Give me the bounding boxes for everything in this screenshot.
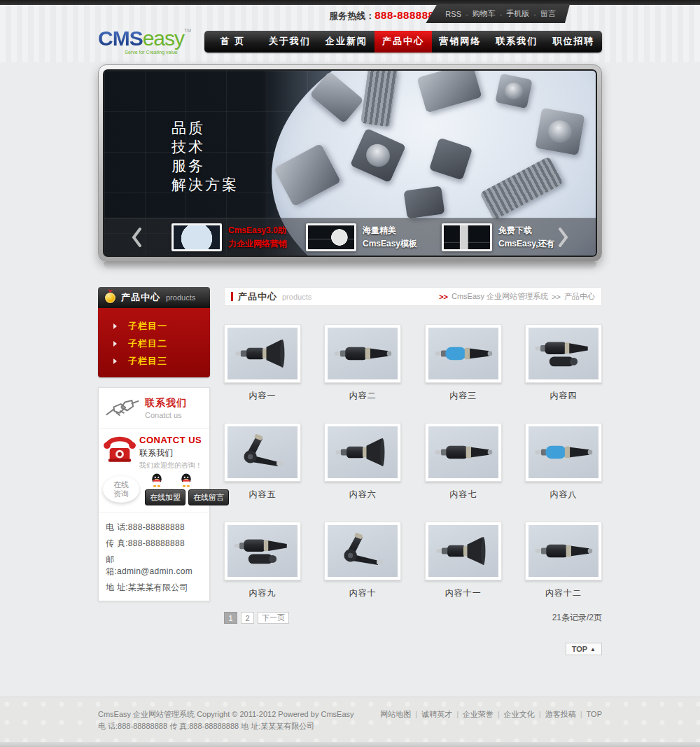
product-card[interactable]: 内容六 bbox=[324, 423, 401, 501]
copyright-line: CmsEasy 企业网站管理系统 Copyright © 2011-2012 P… bbox=[98, 708, 354, 720]
product-photo-blue bbox=[531, 430, 596, 475]
product-card[interactable]: 内容七 bbox=[425, 423, 502, 501]
bubble-line: 在线 bbox=[113, 480, 129, 489]
qq-icon[interactable] bbox=[180, 473, 192, 487]
product-label: 内容六 bbox=[349, 489, 377, 501]
contact-title: 联系我们 bbox=[145, 397, 187, 410]
online-message-button[interactable]: 在线留言 bbox=[188, 489, 229, 505]
utility-links-tab: RSS - 购物车 - 手机版 - 留言 bbox=[426, 4, 570, 23]
prev-slide-arrow-icon[interactable] bbox=[131, 227, 142, 251]
product-card[interactable]: 内容九 bbox=[224, 522, 301, 599]
qq-icon[interactable] bbox=[150, 473, 163, 487]
product-label: 内容一 bbox=[249, 390, 276, 402]
footer-link-jobs[interactable]: 诚聘英才 bbox=[421, 710, 452, 718]
footer-link-top[interactable]: TOP bbox=[587, 710, 602, 718]
product-card[interactable]: 内容三 bbox=[425, 324, 502, 402]
content-column: 产品中心 products >> CmsEasy 企业网站管理系统 >> 产品中… bbox=[224, 287, 602, 655]
slide-thumbnail[interactable] bbox=[172, 223, 222, 251]
footer-contact-line: 电 话:888-88888888 传 真:888-88888888 地 址:某某… bbox=[98, 720, 354, 732]
product-label: 内容二 bbox=[349, 390, 377, 402]
site-logo[interactable]: CMSeasyTM Serve for Creating value bbox=[98, 28, 204, 55]
nav-item-products[interactable]: 产品中心 bbox=[374, 31, 431, 53]
header-band: 服务热线：888-88888888 RSS - 购物车 - 手机版 - 留言 C… bbox=[0, 5, 700, 62]
link-rss[interactable]: RSS bbox=[445, 10, 461, 18]
contact-address: 地 址:某某某有限公司 bbox=[106, 582, 202, 594]
footer-link-sitemap[interactable]: 网站地图 bbox=[380, 710, 411, 718]
slogan-line: 技术 bbox=[172, 137, 239, 156]
product-label: 内容四 bbox=[550, 390, 577, 402]
slide-thumbnail[interactable] bbox=[442, 223, 492, 251]
footer-links: 网站地图|诚聘英才|企业荣誉|企业文化|游客投稿|TOP bbox=[380, 708, 602, 732]
slide-item-2[interactable]: 海量精美CmsEasy模板 bbox=[306, 223, 417, 251]
contact-card: 联系我们 Conatct us CONATCT US 联系我们 bbox=[98, 387, 210, 601]
product-card[interactable]: 内容一 bbox=[224, 324, 301, 402]
product-card[interactable]: 内容十一 bbox=[425, 522, 502, 599]
mold-shape bbox=[403, 186, 444, 218]
footer-separator: | bbox=[452, 710, 463, 718]
utility-separator: - bbox=[533, 10, 536, 18]
next-slide-arrow-icon[interactable] bbox=[558, 227, 569, 251]
product-card[interactable]: 内容四 bbox=[525, 324, 602, 402]
section-subtitle: products bbox=[282, 293, 312, 301]
banner-section: 品质 技术 服务 解决方案 CmsEasy3.0助力企业网络营销 bbox=[98, 64, 602, 270]
page-button-2[interactable]: 2 bbox=[241, 612, 254, 624]
footer-link-honor[interactable]: 企业荣誉 bbox=[463, 710, 493, 718]
product-photo-straight bbox=[430, 430, 496, 475]
slide-item-3[interactable]: 免费下载CmsEasy,还有 bbox=[442, 223, 554, 251]
product-photo-double bbox=[531, 331, 596, 376]
product-photo-blue bbox=[430, 331, 496, 376]
next-page-button[interactable]: 下一页 bbox=[258, 612, 289, 624]
breadcrumb: >> CmsEasy 企业网站管理系统 >> 产品中心 bbox=[439, 291, 595, 302]
contact-fax: 传 真:888-88888888 bbox=[106, 538, 202, 550]
breadcrumb-home-link[interactable]: CmsEasy 企业网站管理系统 bbox=[451, 291, 548, 302]
link-cart[interactable]: 购物车 bbox=[472, 8, 496, 19]
product-menu-header: 产品中心 products bbox=[98, 287, 210, 308]
product-label: 内容十 bbox=[349, 587, 377, 599]
top-strip bbox=[0, 0, 700, 5]
product-card[interactable]: 内容十 bbox=[324, 522, 401, 599]
arrow-right-icon bbox=[113, 341, 120, 347]
nav-item-news[interactable]: 企业新闻 bbox=[318, 31, 374, 53]
slide-caption-line: CmsEasy,还有 bbox=[498, 237, 554, 251]
menu-item-label: 子栏目一 bbox=[128, 320, 167, 333]
sidebar: 产品中心 products 子栏目一 子栏目二 子栏目三 bbox=[98, 287, 210, 601]
contact-block-title: CONATCT US bbox=[139, 435, 202, 445]
product-photo-angled bbox=[230, 430, 295, 475]
nav-item-about[interactable]: 关于我们 bbox=[261, 31, 318, 53]
nav-item-home[interactable]: 首 页 bbox=[204, 31, 261, 53]
footer-link-culture[interactable]: 企业文化 bbox=[504, 710, 535, 718]
back-to-top-button[interactable]: TOP ▲ bbox=[566, 643, 602, 655]
footer-separator: | bbox=[535, 710, 545, 718]
link-mobile[interactable]: 手机版 bbox=[506, 8, 529, 19]
product-photo-angled bbox=[330, 529, 396, 573]
hotline-label: 服务热线： bbox=[329, 11, 374, 21]
nav-item-contact[interactable]: 联系我们 bbox=[489, 31, 545, 53]
sidebar-item-subcategory-3[interactable]: 子栏目三 bbox=[98, 350, 210, 368]
slide-item-1[interactable]: CmsEasy3.0助力企业网络营销 bbox=[172, 223, 287, 251]
link-message[interactable]: 留言 bbox=[540, 8, 556, 19]
product-label: 内容九 bbox=[249, 587, 276, 599]
product-card[interactable]: 内容十二 bbox=[525, 522, 602, 599]
sidebar-item-subcategory-2[interactable]: 子栏目二 bbox=[98, 333, 210, 350]
medal-icon bbox=[105, 293, 115, 303]
nav-item-jobs[interactable]: 职位招聘 bbox=[545, 31, 602, 53]
contact-details: 电 话:888-88888888 传 真:888-88888888 邮 箱:ad… bbox=[99, 512, 209, 601]
slide-thumbnail[interactable] bbox=[306, 223, 356, 251]
breadcrumb-current[interactable]: 产品中心 bbox=[564, 291, 595, 302]
sidebar-item-subcategory-1[interactable]: 子栏目一 bbox=[98, 315, 210, 333]
product-card[interactable]: 内容五 bbox=[224, 423, 301, 501]
product-label: 内容七 bbox=[449, 489, 477, 501]
site-footer: CmsEasy 企业网站管理系统 Copyright © 2011-2012 P… bbox=[0, 697, 700, 747]
record-count: 21条记录/2页 bbox=[552, 612, 602, 624]
top-button-label: TOP bbox=[572, 645, 587, 653]
online-join-button[interactable]: 在线加盟 bbox=[145, 489, 186, 505]
nav-item-network[interactable]: 营销网络 bbox=[432, 31, 489, 53]
product-card[interactable]: 内容二 bbox=[324, 324, 401, 402]
utility-separator: - bbox=[500, 10, 503, 18]
page-button-1[interactable]: 1 bbox=[224, 612, 237, 624]
footer-link-guest-post[interactable]: 游客投稿 bbox=[545, 710, 576, 718]
red-bar-icon bbox=[231, 292, 233, 301]
product-card[interactable]: 内容八 bbox=[525, 423, 602, 501]
slide-caption-line: 力企业网络营销 bbox=[228, 237, 287, 251]
banner-slideshow: 品质 技术 服务 解决方案 CmsEasy3.0助力企业网络营销 bbox=[103, 69, 597, 257]
